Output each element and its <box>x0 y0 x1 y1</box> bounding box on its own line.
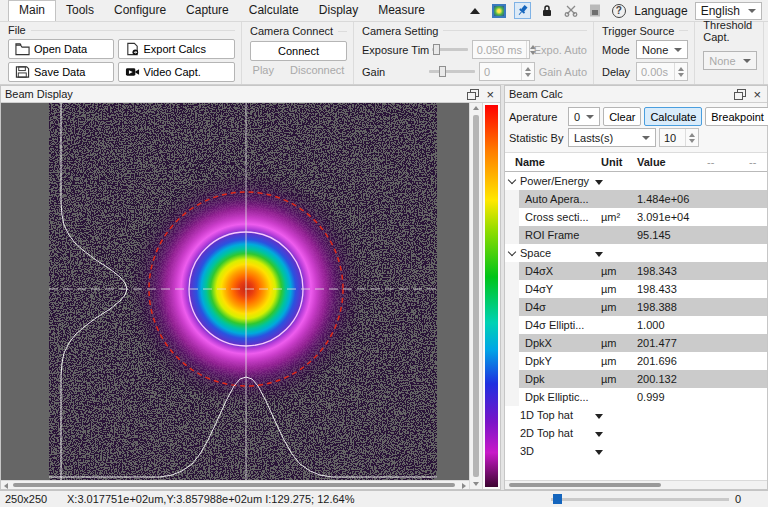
menu-calculate[interactable]: Calculate <box>239 1 309 20</box>
cell <box>505 370 519 388</box>
calc-table-row[interactable]: Dpkµm200.132 <box>505 370 767 388</box>
menu-capture[interactable]: Capture <box>176 1 239 20</box>
beam-display-hscrollbar[interactable] <box>1 480 469 489</box>
beam-canvas[interactable] <box>1 103 469 480</box>
expander-icon[interactable] <box>508 247 516 255</box>
lock-icon[interactable] <box>538 2 555 19</box>
app-window: Main Tools Configure Capture Calculate D… <box>0 0 768 507</box>
param-value: 3.091e+04 <box>637 208 707 226</box>
float-window-icon[interactable] <box>734 89 745 99</box>
statistic-count-spinner[interactable]: 10 <box>659 128 699 147</box>
group-dropdown-icon[interactable] <box>595 432 603 437</box>
group-file-title: File <box>8 24 26 36</box>
clear-button[interactable]: Clear <box>603 107 641 126</box>
table-header-row[interactable]: Name Unit Value -- -- <box>505 153 767 172</box>
close-icon[interactable]: × <box>484 89 496 100</box>
report-icon[interactable] <box>586 2 603 19</box>
delay-spinner[interactable]: 0.00s <box>636 62 688 81</box>
menu-display[interactable]: Display <box>309 1 368 20</box>
save-data-button[interactable]: Save Data <box>8 62 114 82</box>
help-icon[interactable]: ? <box>610 2 627 19</box>
param-name: D4σY <box>519 280 601 298</box>
calc-table-row[interactable]: DpkYµm201.696 <box>505 352 767 370</box>
param-name: D4σX <box>519 262 601 280</box>
aperture-select[interactable]: 0 <box>568 107 600 126</box>
scroll-right-icon[interactable] <box>462 483 466 489</box>
video-capture-button[interactable]: Video Capt. <box>118 62 235 82</box>
breakpoint-button[interactable]: Breakpoint <box>705 107 768 126</box>
param-value: 0.999 <box>637 388 707 406</box>
header-name: Name <box>505 153 601 172</box>
calc-table-row[interactable]: Dpk Elliptic...0.999 <box>505 388 767 406</box>
menu-configure[interactable]: Configure <box>104 1 176 20</box>
beam-calc-titlebar[interactable]: Beam Calc × <box>505 86 767 103</box>
calc-group-row[interactable]: 1D Top hat <box>505 406 767 424</box>
resolution-label: 250x250 <box>5 493 67 505</box>
param-unit: µm <box>601 352 637 370</box>
export-calcs-button[interactable]: Export Calcs <box>118 39 235 59</box>
trigger-mode-select[interactable]: None <box>636 40 688 59</box>
beam-calc-controls: Aperature 0 Clear Calculate Breakpoint S… <box>505 103 767 153</box>
calc-table-row[interactable]: ROI Frame95.145 <box>505 226 767 244</box>
exposure-label: Exposure Tim <box>362 44 428 56</box>
group-name: 3D <box>520 442 590 460</box>
calc-table-row[interactable]: Auto Apera...1.484e+06 <box>505 190 767 208</box>
group-dropdown-icon[interactable] <box>595 414 603 419</box>
expander-icon[interactable] <box>508 175 516 183</box>
cell <box>707 352 749 370</box>
menu-measure[interactable]: Measure <box>368 1 435 20</box>
expo-auto-button[interactable]: Expo. Auto <box>534 44 587 56</box>
calc-group-row[interactable]: Power/Energy <box>505 172 767 190</box>
exposure-value-spinner[interactable]: 0.050 ms <box>472 40 530 59</box>
open-data-button[interactable]: Open Data <box>8 39 114 59</box>
menu-main[interactable]: Main <box>8 0 56 21</box>
disconnect-button[interactable]: Disconnect <box>282 64 352 76</box>
group-dropdown-icon[interactable] <box>595 252 603 257</box>
intensity-colorbar <box>485 105 498 487</box>
gain-value-spinner[interactable]: 0 <box>479 62 535 81</box>
beam-display-panel: Beam Display × <box>0 85 501 490</box>
exposure-slider[interactable] <box>432 48 468 51</box>
gain-auto-button[interactable]: Gain Auto <box>539 66 587 78</box>
group-dropdown-icon[interactable] <box>595 180 603 185</box>
language-select[interactable]: English <box>695 2 762 20</box>
cell <box>707 316 749 334</box>
cell <box>505 316 519 334</box>
calc-table-row[interactable]: D4σXµm198.343 <box>505 262 767 280</box>
menu-tools[interactable]: Tools <box>56 1 104 20</box>
calc-group-row[interactable]: 2D Top hat <box>505 424 767 442</box>
aperture-label: Aperature <box>509 111 565 123</box>
calc-table-row[interactable]: D4σµm198.388 <box>505 298 767 316</box>
float-window-icon[interactable] <box>467 89 478 99</box>
close-icon[interactable]: × <box>751 89 763 100</box>
calculate-button[interactable]: Calculate <box>644 107 702 126</box>
gain-slider[interactable] <box>429 70 475 73</box>
beam-display-titlebar[interactable]: Beam Display × <box>1 86 500 103</box>
connect-button[interactable]: Connect <box>250 41 347 61</box>
threshold-select[interactable]: None <box>703 51 757 70</box>
beam-image[interactable] <box>49 103 437 480</box>
param-name: Dpk Elliptic... <box>519 388 601 406</box>
param-value: 198.388 <box>637 298 707 316</box>
collapse-toolbar-icon[interactable] <box>466 2 483 19</box>
beam-view-icon[interactable] <box>490 2 507 19</box>
group-dropdown-icon[interactable] <box>595 450 603 455</box>
status-slider[interactable] <box>551 498 729 501</box>
pin-icon[interactable] <box>514 2 531 19</box>
scroll-up-icon[interactable] <box>473 106 479 110</box>
statistic-by-select[interactable]: Lasts(s) <box>568 128 656 147</box>
beam-calc-hscrollbar[interactable] <box>505 480 767 489</box>
play-button[interactable]: Play <box>245 64 282 76</box>
calc-table-row[interactable]: D4σYµm198.433 <box>505 280 767 298</box>
calc-table-row[interactable]: D4σ Ellipti...1.000 <box>505 316 767 334</box>
calc-table-row[interactable]: Cross secti...µm²3.091e+04 <box>505 208 767 226</box>
scroll-left-icon[interactable] <box>4 483 8 489</box>
scroll-down-icon[interactable] <box>473 482 479 486</box>
beam-display-vscrollbar[interactable] <box>469 103 482 489</box>
calc-table-row[interactable]: DpkXµm201.477 <box>505 334 767 352</box>
scissors-icon[interactable] <box>562 2 579 19</box>
calc-group-row[interactable]: 3D <box>505 442 767 460</box>
chevron-down-icon <box>748 9 756 13</box>
calc-group-row[interactable]: Space <box>505 244 767 262</box>
cell <box>749 352 767 370</box>
